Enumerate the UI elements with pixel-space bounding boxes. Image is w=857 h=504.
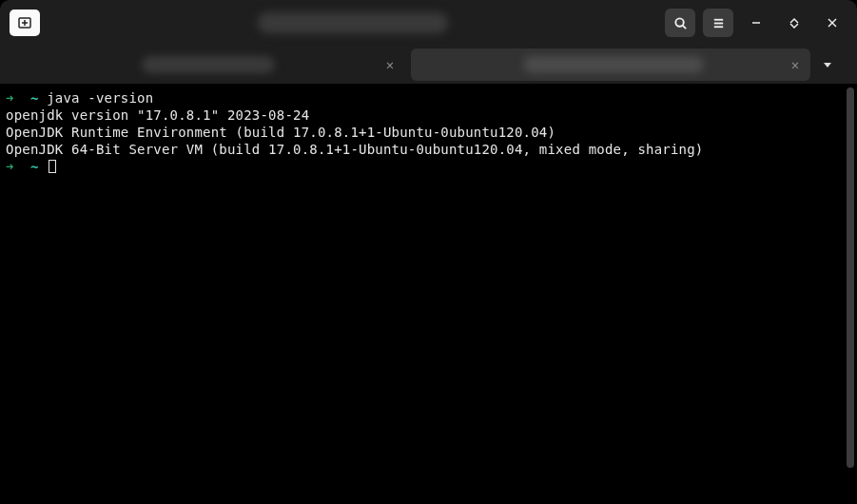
- window-title-blurred: [258, 12, 448, 33]
- tab-2-active[interactable]: ✕: [411, 48, 810, 81]
- prompt-cwd: ~: [30, 90, 39, 106]
- close-button[interactable]: [817, 9, 847, 37]
- search-button[interactable]: [665, 9, 695, 37]
- prompt-cwd: ~: [30, 159, 39, 174]
- output-line: OpenJDK 64-Bit Server VM (build 17.0.8.1…: [6, 142, 703, 157]
- svg-line-4: [682, 25, 685, 28]
- tab-1-label-blurred: [142, 56, 275, 73]
- prompt-arrow-icon: ➜: [6, 159, 14, 174]
- svg-marker-11: [824, 63, 831, 68]
- tabs-dropdown-button[interactable]: [816, 48, 839, 81]
- new-tab-button[interactable]: [10, 10, 40, 36]
- tab-1-close-icon[interactable]: ✕: [382, 57, 398, 72]
- prompt-arrow-icon: ➜: [6, 90, 14, 106]
- tab-bar: ✕ ✕: [0, 46, 857, 84]
- tab-2-label-blurred: [523, 56, 704, 73]
- window-title-area: [48, 12, 657, 33]
- menu-button[interactable]: [703, 9, 733, 37]
- tab-2-close-icon[interactable]: ✕: [788, 57, 803, 72]
- scrollbar[interactable]: [847, 87, 854, 468]
- cursor: [49, 160, 56, 173]
- svg-point-3: [675, 18, 683, 26]
- maximize-button[interactable]: [779, 9, 809, 37]
- terminal-viewport[interactable]: ➜ ~ java -version openjdk version "17.0.…: [0, 84, 857, 504]
- output-line: openjdk version "17.0.8.1" 2023-08-24: [6, 107, 309, 123]
- terminal-content[interactable]: ➜ ~ java -version openjdk version "17.0.…: [0, 84, 844, 504]
- titlebar: [0, 0, 857, 46]
- output-line: OpenJDK Runtime Environment (build 17.0.…: [6, 125, 555, 140]
- terminal-window: ✕ ✕ ➜ ~ java -version openjdk version "1…: [0, 0, 857, 504]
- tab-1[interactable]: ✕: [6, 48, 405, 81]
- command-text: java -version: [47, 90, 153, 106]
- minimize-button[interactable]: [741, 9, 771, 37]
